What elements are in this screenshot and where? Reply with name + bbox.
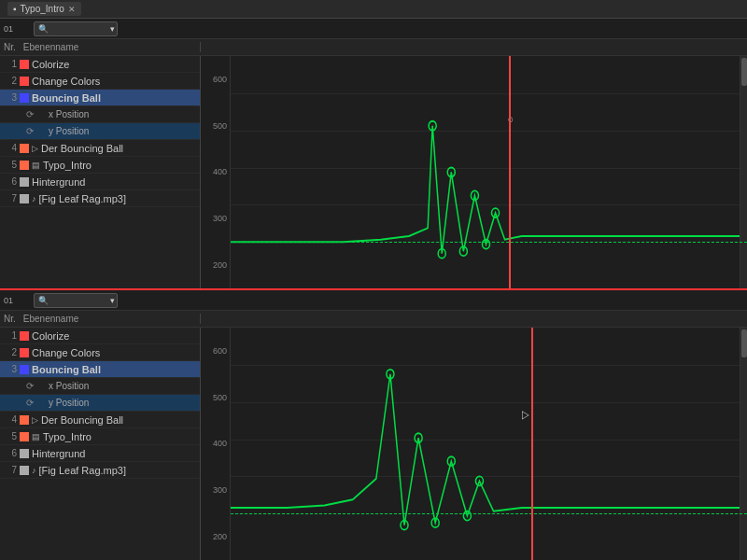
p2-path-icon: ⟳ — [26, 381, 34, 391]
panel-1-search-box[interactable]: 🔍 ▾ — [34, 21, 118, 36]
p2-layer-3-color — [20, 365, 29, 374]
panel-1-search-input[interactable] — [51, 23, 107, 34]
search-icon: 🔍 — [38, 24, 49, 34]
panel-2: 01 🔍 ▾ Nr. Ebenenname 04s 05s 06s 07s 08… — [0, 290, 747, 560]
layer-7-audio[interactable]: 7 ♪ [Fig Leaf Rag.mp3] — [0, 190, 200, 207]
p2-layer-5-typo-intro[interactable]: 5 ▤ Typo_Intro — [0, 428, 200, 445]
panel-2-curve: ▷ — [231, 328, 747, 560]
tab-label: Typo_Intro — [21, 4, 64, 14]
panel-2-graph[interactable]: 600 500 400 300 200 — [201, 328, 747, 560]
p2-layer-6-color — [20, 449, 29, 458]
p2-layer-7-audio[interactable]: 7 ♪ [Fig Leaf Rag.mp3] — [0, 462, 200, 479]
col-name-label: Ebenenname — [23, 42, 79, 52]
p2-path-icon-2: ⟳ — [26, 398, 34, 408]
p2-layer-1-colorize[interactable]: 1 Colorize — [0, 328, 200, 344]
p2-precomp2-icon: ▤ — [32, 432, 40, 441]
panel-1-time: 01 — [4, 24, 30, 34]
panel-2-search-input[interactable] — [51, 295, 107, 305]
panel-1-col-headers: Nr. Ebenenname 02s 03s 04s 05s 06s 07s 0… — [0, 39, 747, 56]
panel-1-y-labels: 600 500 400 300 200 — [201, 56, 231, 288]
layer-5-typo-intro[interactable]: 5 ▤ Typo_Intro — [0, 157, 200, 174]
panel-2-x-pos-line — [231, 513, 747, 514]
panel-1-content: 1 Colorize 2 Change Colors 3 Bouncing Ba… — [0, 56, 747, 288]
panel-2-scrollbar[interactable] — [740, 328, 747, 560]
p2-layer-3-x-position[interactable]: ⟳ x Position — [0, 378, 200, 395]
panel-2-playhead[interactable] — [531, 328, 533, 560]
panel-2-layer-list: 1 Colorize 2 Change Colors 3 Bouncing Ba… — [0, 328, 201, 560]
col2-name-label: Ebenenname — [23, 314, 79, 324]
svg-text:▷: ▷ — [522, 408, 529, 420]
p2-layer-6-hintergrund[interactable]: 6 Hintergrund — [0, 445, 200, 462]
tab-close-icon[interactable]: ✕ — [68, 5, 76, 14]
layer-4-color — [20, 144, 29, 153]
dropdown2-icon[interactable]: ▾ — [110, 296, 115, 305]
p2-layer-4-der-bouncing-ball[interactable]: 4 ▷ Der Bouncing Ball — [0, 412, 200, 428]
panel-2-search-box[interactable]: 🔍 ▾ — [34, 293, 118, 308]
panel-1-scroll-thumb[interactable] — [741, 58, 747, 86]
panel-1-curve: ○ — [231, 56, 747, 288]
layer-2-change-colors[interactable]: 2 Change Colors — [0, 73, 200, 90]
layer-3-bouncing-ball[interactable]: 3 Bouncing Ball — [0, 90, 200, 106]
dropdown-icon[interactable]: ▾ — [110, 24, 115, 34]
panel-1-x-pos-line — [231, 242, 747, 243]
path-icon: ⟳ — [26, 109, 34, 119]
panel-1-layer-list: 1 Colorize 2 Change Colors 3 Bouncing Ba… — [0, 56, 201, 288]
col2-num-label: Nr. — [4, 314, 16, 324]
p2-layer-3-bouncing-ball[interactable]: 3 Bouncing Ball — [0, 361, 200, 378]
layer-1-color — [20, 60, 29, 69]
panel-1-graph[interactable]: 600 500 400 300 200 — [201, 56, 747, 288]
layer-7-color — [20, 194, 29, 203]
layer-2-color — [20, 77, 29, 86]
p2-layer-1-color — [20, 331, 29, 341]
p2-layer-4-color — [20, 415, 29, 425]
p2-layer-2-color — [20, 348, 29, 357]
panel-1-col-left: Nr. Ebenenname — [0, 42, 201, 52]
panel-1-header: 01 🔍 ▾ — [0, 19, 747, 39]
panel-2-content: 1 Colorize 2 Change Colors 3 Bouncing Ba… — [0, 328, 747, 560]
tab-icon: ▪ — [13, 4, 17, 14]
search2-icon: 🔍 — [38, 296, 49, 305]
layer-3-y-position[interactable]: ⟳ y Position — [0, 123, 200, 140]
p2-layer-2-change-colors[interactable]: 2 Change Colors — [0, 344, 200, 361]
top-bar: ▪ Typo_Intro ✕ — [0, 0, 747, 19]
panel-1: 01 🔍 ▾ Nr. Ebenenname 02s 03s 04s 05s 0 — [0, 19, 747, 290]
panel-2-y-labels: 600 500 400 300 200 — [201, 328, 231, 560]
layer-4-der-bouncing-ball[interactable]: 4 ▷ Der Bouncing Ball — [0, 140, 200, 157]
layer-6-color — [20, 177, 29, 187]
panels-container: 01 🔍 ▾ Nr. Ebenenname 02s 03s 04s 05s 0 — [0, 19, 747, 560]
p2-layer-5-color — [20, 432, 29, 441]
layer-6-hintergrund[interactable]: 6 Hintergrund — [0, 174, 200, 190]
col-num-label: Nr. — [4, 42, 16, 52]
layer-5-color — [20, 161, 29, 170]
layer-1-colorize[interactable]: 1 Colorize — [0, 56, 200, 73]
tab-typo-intro[interactable]: ▪ Typo_Intro ✕ — [7, 2, 81, 16]
audio-icon: ♪ — [32, 194, 36, 203]
p2-layer-3-y-position[interactable]: ⟳ y Position — [0, 395, 200, 412]
path-icon-2: ⟳ — [26, 126, 34, 136]
panel-2-time: 01 — [4, 296, 30, 305]
layer-3-x-position[interactable]: ⟳ x Position — [0, 106, 200, 123]
p2-audio-icon: ♪ — [32, 466, 36, 475]
layer-3-color — [20, 93, 29, 103]
p2-precomp-icon: ▷ — [32, 415, 38, 425]
panel-2-col-headers: Nr. Ebenenname 04s 05s 06s 07s 08s 09s — [0, 311, 747, 328]
panel-1-playhead[interactable] — [509, 56, 511, 288]
panel-2-scroll-thumb[interactable] — [741, 329, 747, 357]
precomp2-icon: ▤ — [32, 161, 40, 170]
panel-1-scrollbar[interactable] — [740, 56, 747, 288]
precomp-icon: ▷ — [32, 144, 38, 153]
panel-2-header: 01 🔍 ▾ — [0, 290, 747, 311]
p2-layer-7-color — [20, 466, 29, 475]
panel-2-col-left: Nr. Ebenenname — [0, 314, 201, 324]
